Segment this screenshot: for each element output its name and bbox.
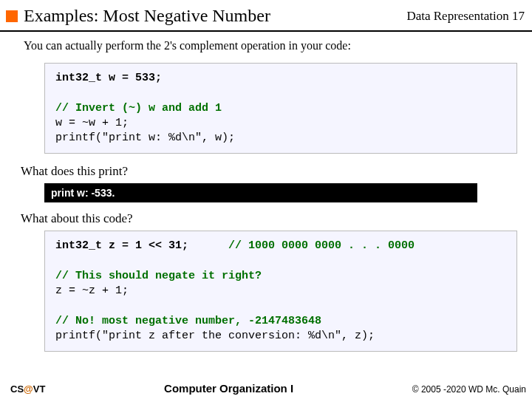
code-line: printf("print z after the conversion: %d… xyxy=(55,330,375,342)
slide-title: Examples: Most Negative Number xyxy=(24,6,406,26)
code-line: w = ~w + 1; xyxy=(55,117,129,129)
code-comment: // This should negate it right? xyxy=(55,270,262,282)
code-comment: // No! most negative number, -2147483648 xyxy=(55,315,321,327)
footer-at: @ xyxy=(24,383,33,395)
header-bullet-icon xyxy=(6,10,18,22)
footer-course: Computer Organization I xyxy=(164,382,293,395)
page-number: 17 xyxy=(512,9,525,23)
intro-text: You can actually perform the 2's complem… xyxy=(24,39,522,52)
code-block-2: int32_t z = 1 << 31; // 1000 0000 0000 .… xyxy=(44,231,517,352)
question-2: What about this code? xyxy=(21,211,522,226)
code-line: int32_t w = 533; xyxy=(55,72,162,84)
code-line: z = ~z + 1; xyxy=(55,284,129,297)
code-comment: // 1000 0000 0000 . . . 0000 xyxy=(228,239,415,252)
slide-footer: CS@VT Computer Organization I © 2005 -20… xyxy=(0,379,532,399)
slide-content: You can actually perform the 2's complem… xyxy=(0,32,532,352)
code-block-1: int32_t w = 533; // Invert (~) w and add… xyxy=(44,63,517,154)
code-comment: // Invert (~) w and add 1 xyxy=(55,102,222,115)
footer-org-a: CS xyxy=(10,383,24,395)
topic-text: Data Representation xyxy=(406,9,508,23)
output-box-1: print w: -533. xyxy=(44,183,477,202)
slide-header: Examples: Most Negative Number Data Repr… xyxy=(0,0,532,32)
code-line: printf("print w: %d\n", w); xyxy=(55,132,235,144)
header-topic: Data Representation 17 xyxy=(406,9,525,24)
footer-org-b: VT xyxy=(33,383,46,395)
question-1: What does this print? xyxy=(21,164,522,179)
footer-left: CS@VT xyxy=(10,383,45,395)
footer-copyright: © 2005 -2020 WD Mc. Quain xyxy=(412,384,526,395)
code-line: int32_t z = 1 << 31; xyxy=(55,239,188,252)
